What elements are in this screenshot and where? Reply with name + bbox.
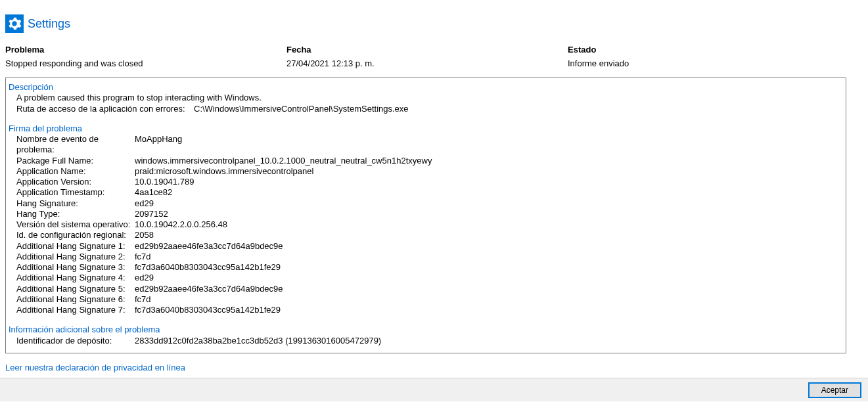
signature-row: Application Name:praid:microsoft.windows…: [16, 166, 840, 177]
signature-row: Id. de configuración regional:2058: [16, 230, 840, 240]
signature-value: ed29b92aaee46fe3a3cc7d64a9bdec9e: [135, 241, 283, 252]
bucket-id-value: 2833dd912c0fd2a38ba2be1cc3db52d3 (199136…: [135, 336, 381, 346]
signature-key: Hang Signature:: [16, 198, 135, 209]
privacy-link[interactable]: Leer nuestra declaración de privacidad e…: [5, 363, 185, 372]
signature-key: Nombre de evento de problema:: [16, 134, 135, 156]
signature-key: Additional Hang Signature 1:: [16, 241, 135, 252]
signature-key: Versión del sistema operativo:: [16, 219, 135, 230]
signature-value: windows.immersivecontrolpanel_10.0.2.100…: [135, 156, 432, 166]
signature-value: fc7d: [135, 252, 151, 262]
signature-key: Application Version:: [16, 177, 135, 187]
signature-key: Additional Hang Signature 7:: [16, 305, 135, 315]
details-box: Descripción A problem caused this progra…: [5, 78, 846, 353]
description-text: A problem caused this program to stop in…: [16, 93, 840, 103]
problem-label: Problema: [5, 45, 286, 55]
signature-row: Versión del sistema operativo:10.0.19042…: [16, 219, 840, 230]
problem-value: Stopped responding and was closed: [5, 58, 286, 68]
signature-row: Package Full Name:windows.immersivecontr…: [16, 156, 840, 166]
accept-button[interactable]: Aceptar: [808, 382, 861, 398]
signature-row: Additional Hang Signature 6:fc7d: [16, 294, 840, 305]
signature-value: MoAppHang: [135, 134, 182, 156]
signature-value: 10.0.19042.2.0.0.256.48: [135, 219, 227, 230]
signature-row: Application Version:10.0.19041.789: [16, 177, 840, 187]
signature-value: fc7d3a6040b8303043cc95a142b1fe29: [135, 262, 281, 273]
signature-value: fc7d3a6040b8303043cc95a142b1fe29: [135, 305, 281, 315]
signature-key: Package Full Name:: [16, 156, 135, 166]
date-label: Fecha: [286, 45, 568, 55]
signature-value: 10.0.19041.789: [135, 177, 194, 187]
status-value: Informe enviado: [568, 58, 863, 68]
date-value: 27/04/2021 12:13 p. m.: [286, 58, 568, 68]
signature-rows: Nombre de evento de problema:MoAppHangPa…: [16, 134, 840, 315]
signature-value: ed29: [135, 273, 154, 283]
signature-row: Hang Signature:ed29: [16, 198, 840, 209]
signature-row: Additional Hang Signature 2:fc7d: [16, 252, 840, 262]
status-label: Estado: [568, 45, 863, 55]
app-path-value: C:\Windows\ImmersiveControlPanel\SystemS…: [194, 104, 409, 114]
signature-row: Application Timestamp:4aa1ce82: [16, 187, 840, 198]
signature-row: Additional Hang Signature 7:fc7d3a6040b8…: [16, 305, 840, 315]
footer-bar: Aceptar: [0, 378, 868, 401]
description-title: Descripción: [9, 82, 840, 93]
bucket-id-label: Identificador de depósito:: [16, 336, 135, 346]
signature-value: ed29: [135, 198, 154, 209]
bucket-id-row: Identificador de depósito: 2833dd912c0fd…: [16, 336, 840, 346]
signature-value: 2058: [135, 230, 154, 240]
signature-value: 2097152: [135, 209, 168, 219]
signature-value: ed29b92aaee46fe3a3cc7d64a9bdec9e: [135, 284, 283, 294]
extra-info-title: Información adicional sobre el problema: [9, 325, 840, 335]
gear-icon: [5, 14, 24, 33]
signature-value: 4aa1ce82: [135, 187, 172, 198]
signature-title: Firma del problema: [9, 123, 840, 134]
signature-key: Additional Hang Signature 4:: [16, 273, 135, 283]
summary-columns: Problema Stopped responding and was clos…: [5, 45, 863, 68]
app-title: Settings: [28, 17, 70, 31]
signature-row: Additional Hang Signature 4:ed29: [16, 273, 840, 283]
signature-key: Application Timestamp:: [16, 187, 135, 198]
signature-row: Additional Hang Signature 3:fc7d3a6040b8…: [16, 262, 840, 273]
signature-value: fc7d: [135, 294, 151, 305]
signature-row: Nombre de evento de problema:MoAppHang: [16, 134, 840, 156]
signature-key: Application Name:: [16, 166, 135, 177]
main-scroll-area[interactable]: Settings Problema Stopped responding and…: [0, 0, 868, 378]
app-path-row: Ruta de acceso de la aplicación con erro…: [16, 104, 840, 114]
signature-key: Additional Hang Signature 6:: [16, 294, 135, 305]
app-header: Settings: [5, 14, 863, 33]
signature-key: Additional Hang Signature 3:: [16, 262, 135, 273]
signature-row: Additional Hang Signature 5:ed29b92aaee4…: [16, 284, 840, 294]
signature-row: Hang Type:2097152: [16, 209, 840, 219]
signature-key: Additional Hang Signature 5:: [16, 284, 135, 294]
signature-key: Hang Type:: [16, 209, 135, 219]
signature-key: Additional Hang Signature 2:: [16, 252, 135, 262]
signature-row: Additional Hang Signature 1:ed29b92aaee4…: [16, 241, 840, 252]
signature-key: Id. de configuración regional:: [16, 230, 135, 240]
app-path-label: Ruta de acceso de la aplicación con erro…: [16, 104, 194, 114]
signature-value: praid:microsoft.windows.immersivecontrol…: [135, 166, 313, 177]
